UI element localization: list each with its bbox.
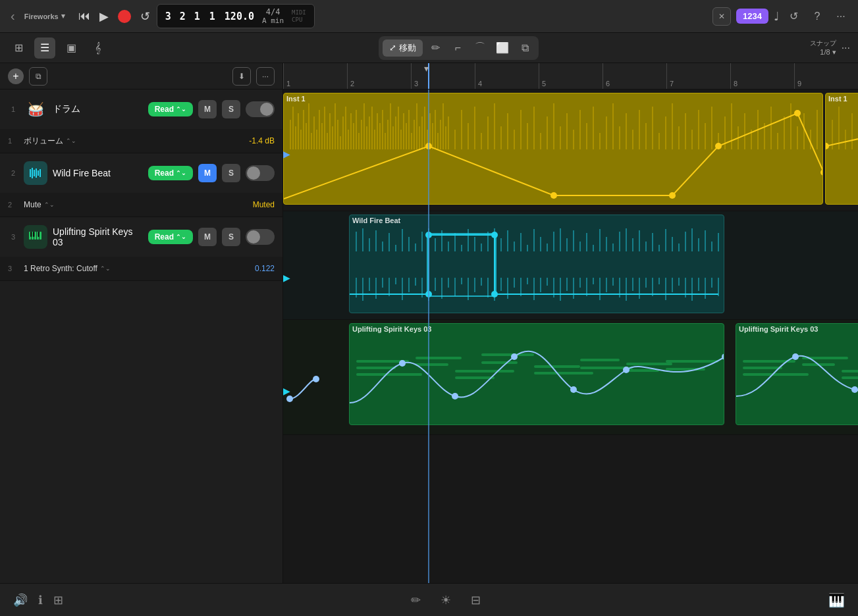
track-1-read-button[interactable]: Read ⌃⌄: [148, 102, 193, 116]
track-3-toggle[interactable]: [246, 229, 275, 245]
svg-rect-2: [34, 170, 35, 176]
track-3-solo-button[interactable]: S: [222, 228, 240, 246]
add-track-button[interactable]: +: [8, 68, 24, 84]
svg-rect-326: [842, 376, 858, 379]
tool-select-button[interactable]: ⬜: [493, 38, 512, 58]
time-signature: 4/4: [266, 7, 281, 16]
track-2-param-name[interactable]: Mute ⌃⌄: [24, 200, 248, 209]
beat-position: 1: [209, 11, 217, 22]
tool-group: ⤢ 移動 ✏ ⌐ ⌒ ⬜ ⧉: [379, 36, 539, 60]
track-3-mute-button[interactable]: M: [198, 228, 217, 246]
window-view-button[interactable]: ▣: [61, 38, 82, 59]
tempo[interactable]: 120.0: [225, 11, 254, 22]
record-button[interactable]: [118, 10, 131, 23]
track-1-param-name[interactable]: ボリューム ⌃⌄: [24, 136, 244, 147]
track-3-param-name[interactable]: 1 Retro Synth: Cutoff ⌃⌄: [24, 264, 250, 273]
svg-rect-5: [40, 169, 41, 177]
beat-region-1[interactable]: Wild Fire Beat: [349, 215, 724, 313]
piano-keys-icon[interactable]: 🎹: [828, 592, 845, 608]
grid-view-button[interactable]: ⊞: [8, 38, 29, 59]
track-2-beat: 2 Wild Fire Beat Read ⌃⌄ M S 2 Mute: [0, 153, 282, 217]
track-2-read-button[interactable]: Read ⌃⌄: [148, 166, 193, 180]
track-2-param-value: Muted: [253, 200, 275, 209]
svg-rect-307: [534, 372, 593, 374]
audio-icon[interactable]: 🔊: [13, 593, 28, 607]
track-3-keys: 3 Uplifting Spirit Keys 03 Read ⌃⌄ M S 3: [0, 217, 282, 281]
project-title[interactable]: Fireworks ▾: [24, 12, 65, 20]
svg-rect-1: [32, 168, 33, 178]
beat-region-label: Wild Fire Beat: [352, 217, 400, 224]
stop-button[interactable]: ✕: [712, 7, 731, 26]
beat-region-row: Wild Fire Beat: [283, 211, 858, 320]
svg-rect-10: [40, 232, 41, 240]
track-1-mute-button[interactable]: M: [198, 100, 217, 118]
toolbar-more-button[interactable]: ···: [842, 42, 850, 54]
help-button[interactable]: ?: [808, 7, 826, 26]
tool-move-button[interactable]: ⤢ 移動: [383, 39, 423, 57]
tool-copy-button[interactable]: ⧉: [515, 38, 535, 58]
track-2-solo-button[interactable]: S: [222, 164, 240, 182]
tool-pencil-button[interactable]: ✏: [425, 38, 445, 58]
ruler-mark-3: 3: [411, 63, 475, 89]
track-2-toggle[interactable]: [246, 165, 275, 181]
track-2-mute-button[interactable]: M: [198, 164, 217, 182]
ruler-mark-5: 5: [539, 63, 603, 89]
svg-rect-308: [580, 359, 620, 361]
top-bar: ‹ Fireworks ▾ ⏮ ▶ ↺ 3 2 1 1 120.0 4/4 A …: [0, 0, 858, 33]
piano-view-button[interactable]: 𝄞: [87, 38, 108, 59]
save-down-button[interactable]: ⬇: [232, 67, 251, 86]
play-button[interactable]: ▶: [99, 9, 109, 24]
keys-region-label-2: Uplifting Spirit Keys 03: [739, 325, 818, 333]
eq-icon[interactable]: ⊟: [471, 593, 481, 607]
svg-rect-311: [626, 369, 659, 372]
drums-region-label-1: Inst 1: [286, 95, 306, 103]
tool-brush-button[interactable]: ⌐: [448, 38, 468, 58]
metronome-button[interactable]: ♩: [774, 9, 779, 24]
sun-icon[interactable]: ☀: [441, 593, 451, 607]
svg-rect-300: [416, 357, 462, 359]
back-button[interactable]: ‹: [8, 6, 18, 26]
sidebar-icon[interactable]: ⊞: [53, 593, 63, 607]
svg-rect-320: [743, 360, 795, 363]
svg-rect-322: [743, 373, 809, 376]
loop-icon-button[interactable]: ↺: [784, 7, 803, 26]
loop-button[interactable]: ↺: [140, 9, 150, 24]
keys-region-row: Uplifting Spirit Keys 03: [283, 320, 858, 435]
track-regions: ▶ ▶ ▶ Inst 1: [283, 90, 858, 583]
keys-region-2[interactable]: Uplifting Spirit Keys 03: [736, 323, 858, 425]
header-more-button[interactable]: ···: [256, 67, 275, 86]
track-2-name: Wild Fire Beat: [53, 168, 143, 178]
pencil-icon[interactable]: ✏: [411, 593, 421, 607]
track-1-solo-button[interactable]: S: [222, 100, 240, 118]
svg-rect-4: [38, 170, 39, 176]
svg-point-343: [313, 376, 319, 382]
svg-rect-298: [356, 367, 396, 369]
timeline-area[interactable]: 1 2 3 4 5 6 7 8 9 ▾ ▶ ▶ ▶: [283, 63, 858, 583]
transport-controls: ⏮ ▶ ↺: [78, 9, 150, 24]
snap-info[interactable]: スナップ 1/8 ▾: [810, 39, 836, 57]
badge-button[interactable]: 1234: [736, 9, 768, 24]
track-1-icon: 🥁: [24, 97, 47, 121]
track-1-toggle[interactable]: [246, 101, 275, 117]
track-3-read-button[interactable]: Read ⌃⌄: [148, 230, 193, 244]
keys-region-1[interactable]: Uplifting Spirit Keys 03: [349, 323, 724, 425]
tool-curve-button[interactable]: ⌒: [470, 38, 490, 58]
midi-label: MIDI: [292, 9, 306, 16]
info-icon[interactable]: ℹ: [38, 593, 43, 607]
track-3-name: Uplifting Spirit Keys 03: [53, 226, 143, 247]
rewind-button[interactable]: ⏮: [78, 9, 90, 23]
left-panel: + ⧉ ⬇ ··· 1 🥁 ドラム Read ⌃⌄ M S: [0, 63, 283, 583]
drums-region-2[interactable]: Inst 1: [825, 93, 858, 205]
drums-region-label-2: Inst 1: [828, 95, 847, 103]
merge-button[interactable]: ⧉: [29, 67, 47, 86]
header-right-controls: ⬇ ···: [232, 67, 275, 86]
svg-rect-11: [30, 232, 32, 237]
track-2-icon: [24, 161, 47, 185]
svg-rect-313: [666, 368, 705, 371]
bar-position: 3 2 1: [165, 11, 201, 22]
more-button[interactable]: ···: [832, 7, 850, 26]
drums-region-1[interactable]: Inst 1: [283, 93, 823, 205]
main-layout: + ⧉ ⬇ ··· 1 🥁 ドラム Read ⌃⌄ M S: [0, 63, 858, 583]
list-view-button[interactable]: ☰: [34, 38, 55, 59]
svg-rect-305: [481, 361, 518, 364]
